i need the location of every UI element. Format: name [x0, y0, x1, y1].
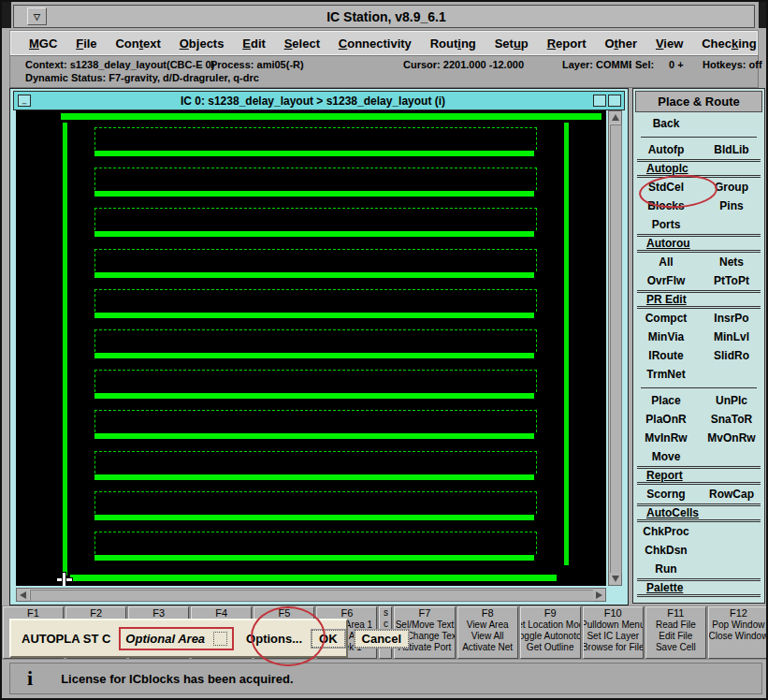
fkey-f11[interactable]: F11Read FileEdit FileSave Cell	[645, 606, 706, 659]
palette-row: Move	[633, 447, 764, 466]
cell-row[interactable]	[94, 208, 537, 237]
layout-window-title: IC 0: s1238_delay_layout > s1238_delay_l…	[33, 95, 593, 108]
scroll-up-arrow[interactable]	[609, 111, 621, 124]
palette-button-pins[interactable]: Pins	[699, 199, 764, 212]
menu-setup[interactable]: Setup	[495, 36, 529, 51]
scroll-left-arrow[interactable]	[17, 589, 29, 601]
palette-button-snator[interactable]: SnaToR	[699, 413, 764, 426]
palette-button-bldlib[interactable]: BldLib	[699, 143, 764, 156]
palette-button-ports[interactable]: Ports	[633, 218, 699, 231]
ok-button[interactable]: OK	[312, 630, 345, 648]
horizontal-scrollbar[interactable]	[16, 588, 606, 602]
cell-row[interactable]	[94, 249, 537, 278]
palette-button-place[interactable]: Place	[633, 394, 699, 407]
cancel-button[interactable]: Cancel	[355, 630, 410, 648]
menu-mgc[interactable]: MGC	[29, 36, 57, 51]
palette-button-unplc[interactable]: UnPlc	[699, 394, 764, 407]
fkey-f12[interactable]: F12Pop WindowClose Window	[708, 606, 768, 659]
palette-button-pttopt[interactable]: PtToPt	[699, 274, 764, 287]
fkey-f10[interactable]: F10Pulldown MenuSet IC LayerBrowse for F…	[583, 606, 644, 659]
status-cursor: Cursor: 2201.000 -12.000	[403, 59, 524, 70]
palette-button-chkproc[interactable]: ChkProc	[633, 525, 699, 538]
minimize-button[interactable]	[593, 95, 606, 107]
palette-button-blocks[interactable]: Blocks	[633, 199, 699, 212]
palette-button-slidro[interactable]: SlidRo	[699, 349, 764, 362]
menu-select[interactable]: Select	[284, 36, 320, 51]
fkey-f9[interactable]: F9Set Location ModeToggle AutonotchGet O…	[520, 606, 581, 659]
cell-row[interactable]	[94, 451, 537, 480]
palette-button-rowcap[interactable]: RowCap	[699, 488, 764, 501]
row-bar	[94, 151, 534, 156]
palette-button-mvonrw[interactable]: MvOnRw	[699, 431, 764, 445]
fkey-command: Set IC Layer	[584, 631, 643, 642]
palette-button-chkdsn[interactable]: ChkDsn	[633, 544, 699, 557]
fkey-command: Get Outline	[521, 642, 580, 653]
optional-area-checkbox[interactable]	[213, 632, 227, 646]
cell-row[interactable]	[94, 289, 537, 318]
cell-row[interactable]	[94, 329, 537, 358]
cell-row[interactable]	[94, 370, 537, 399]
palette-button-mvinrw[interactable]: MvInRw	[633, 431, 699, 445]
palette-row: Back	[633, 114, 764, 133]
frame-corner-top-left	[2, 2, 11, 28]
cell-row[interactable]	[94, 127, 537, 156]
menu-routing[interactable]: Routing	[430, 36, 476, 51]
message-text: License for ICblocks has been acquired.	[61, 672, 294, 686]
layout-window: ﹘ IC 0: s1238_delay_layout > s1238_delay…	[9, 88, 629, 605]
window-titlebar[interactable]: ▽ IC Station, v8.9_6.1	[13, 5, 755, 28]
palette-button-ovrflw[interactable]: OvrFlw	[633, 274, 699, 287]
menu-report[interactable]: Report	[547, 36, 587, 51]
menu-objects[interactable]: Objects	[180, 36, 225, 51]
info-icon: i	[27, 668, 33, 689]
menu-file[interactable]: File	[76, 36, 96, 51]
palette-button-iroute[interactable]: IRoute	[633, 349, 699, 362]
status-sel-label: Sel:	[635, 59, 654, 70]
fkey-f8[interactable]: F8View AreaView AllActivate Net	[457, 606, 518, 659]
window-menu-button[interactable]: ▽	[27, 7, 47, 25]
palette-button-plaonr[interactable]: PlaOnR	[633, 413, 699, 426]
vertical-scroll-thumb[interactable]	[610, 124, 622, 574]
cell-row[interactable]	[94, 491, 537, 520]
palette-button-back[interactable]: Back	[633, 117, 699, 130]
palette-button-all[interactable]: All	[633, 255, 699, 269]
menu-view[interactable]: View	[656, 36, 683, 51]
menu-other[interactable]: Other	[604, 36, 637, 51]
palette-button-group[interactable]: Group	[699, 181, 764, 194]
palette-button-autofp[interactable]: Autofp	[633, 143, 699, 156]
horizontal-scroll-thumb[interactable]	[30, 590, 594, 602]
vertical-scrollbar[interactable]	[608, 110, 622, 586]
layout-window-menu-button[interactable]: ﹘	[18, 95, 31, 107]
status-hotkeys: Hotkeys: off	[703, 59, 762, 70]
menu-connectivity[interactable]: Connectivity	[339, 36, 412, 51]
layout-window-titlebar[interactable]: ﹘ IC 0: s1238_delay_layout > s1238_delay…	[13, 91, 625, 110]
palette-button-trmnet[interactable]: TrmNet	[633, 368, 699, 381]
palette-button-scorng[interactable]: Scorng	[633, 488, 699, 501]
menu-checking[interactable]: Checking	[702, 36, 757, 51]
row-outline	[94, 410, 537, 432]
cell-row[interactable]	[94, 532, 537, 561]
fkey-command: s	[380, 607, 391, 619]
fkey-command: Pop Window	[709, 620, 768, 631]
scroll-right-arrow[interactable]	[593, 589, 605, 601]
palette-button-minvia[interactable]: MinVia	[633, 330, 699, 343]
palette-button-nets[interactable]: Nets	[699, 255, 764, 269]
menu-edit[interactable]: Edit	[242, 36, 266, 51]
options-button[interactable]: Options...	[246, 632, 302, 646]
palette-button-compct[interactable]: Compct	[633, 312, 699, 325]
maximize-button[interactable]	[608, 95, 621, 107]
fkey-command: View All	[458, 631, 517, 642]
cell-row[interactable]	[94, 168, 537, 197]
status-process: Process: ami05(-R)	[210, 59, 304, 70]
palette-button-stdcel[interactable]: StdCel	[633, 181, 699, 194]
palette-button-minlvl[interactable]: MinLvl	[699, 330, 764, 343]
cell-row[interactable]	[94, 410, 537, 439]
palette-button-move[interactable]: Move	[633, 450, 699, 463]
scroll-down-arrow[interactable]	[609, 573, 621, 585]
menu-context[interactable]: Context	[115, 36, 160, 51]
palette-button-insrpo[interactable]: InsrPo	[699, 312, 764, 325]
message-bar: i License for ICblocks has been acquired…	[9, 663, 762, 694]
palette-button-run[interactable]: Run	[633, 562, 699, 576]
layout-canvas[interactable]	[16, 110, 606, 586]
fkey-command: c	[380, 619, 391, 630]
palette-header-autoplc: Autoplc	[637, 159, 761, 178]
